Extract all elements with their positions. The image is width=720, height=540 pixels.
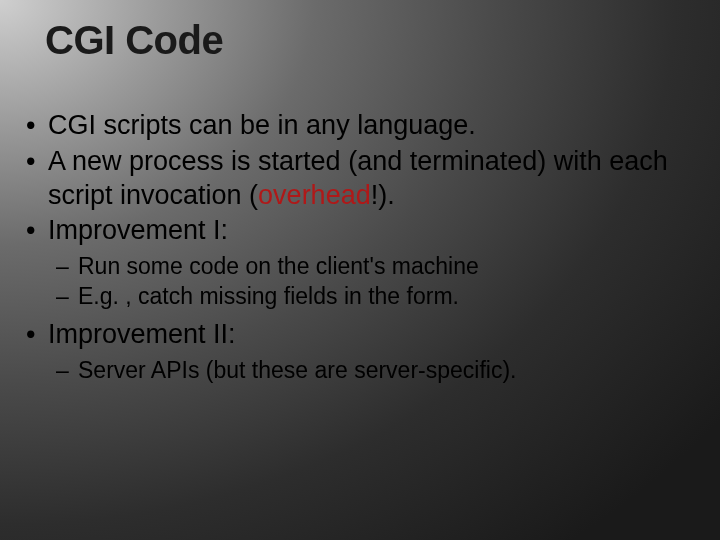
bullet-text: CGI scripts can be in any language. — [48, 110, 476, 140]
sub-bullet-text: Run some code on the client's machine — [78, 253, 479, 279]
bullet-item: A new process is started (and terminated… — [22, 145, 690, 213]
sub-bullet-item: Server APIs (but these are server-specif… — [54, 356, 690, 386]
sub-bullet-text: Server APIs (but these are server-specif… — [78, 357, 516, 383]
bullet-highlight: overhead — [258, 180, 371, 210]
bullet-text-post: !). — [371, 180, 395, 210]
slide-title: CGI Code — [0, 18, 720, 63]
bullet-item: CGI scripts can be in any language. — [22, 109, 690, 143]
sub-bullet-item: Run some code on the client's machine — [54, 252, 690, 282]
bullet-item: Improvement I: Run some code on the clie… — [22, 214, 690, 312]
sub-bullet-list: Run some code on the client's machine E.… — [48, 252, 690, 312]
sub-bullet-list: Server APIs (but these are server-specif… — [48, 356, 690, 386]
bullet-item: Improvement II: Server APIs (but these a… — [22, 318, 690, 386]
slide: CGI Code CGI scripts can be in any langu… — [0, 0, 720, 540]
slide-content: CGI scripts can be in any language. A ne… — [0, 109, 720, 385]
bullet-list: CGI scripts can be in any language. A ne… — [22, 109, 690, 385]
sub-bullet-item: E.g. , catch missing fields in the form. — [54, 282, 690, 312]
sub-bullet-text: E.g. , catch missing fields in the form. — [78, 283, 459, 309]
bullet-text: Improvement I: — [48, 215, 228, 245]
bullet-text: Improvement II: — [48, 319, 236, 349]
